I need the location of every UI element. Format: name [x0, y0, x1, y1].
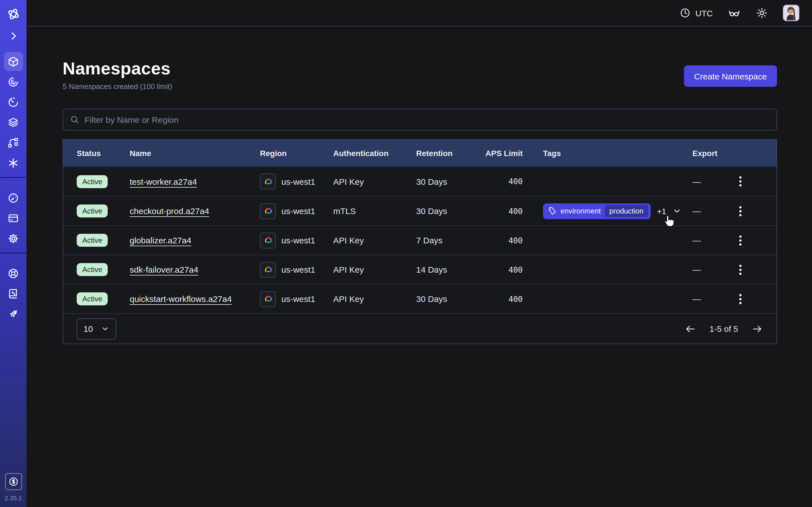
theme-toggle-button[interactable]: [756, 7, 768, 19]
region-label: us-west1: [282, 265, 315, 274]
schedules-timer-icon: [7, 96, 19, 108]
sidebar-item-billing[interactable]: [4, 209, 23, 228]
namespace-link[interactable]: sdk-failover.a27a4: [130, 265, 199, 274]
app-version: 2.35.1: [4, 495, 22, 501]
table-row: Active sdk-failover.a27a4 us-west1 API K…: [63, 255, 776, 284]
status-badge: Active: [77, 263, 108, 276]
pagination-range: 1-5 of 5: [709, 324, 738, 334]
sidebar-expand-icon[interactable]: [8, 31, 19, 42]
namespace-link[interactable]: quickstart-workflows.a27a4: [130, 294, 232, 304]
table-row: Active globalizer.a27a4 us-west1 API Key…: [63, 225, 776, 255]
sidebar-item-schedules[interactable]: [4, 93, 23, 112]
sidebar-divider: [0, 177, 27, 178]
aps-cell: 400: [478, 236, 523, 245]
page-title: Namespaces: [63, 59, 172, 78]
app-window: 2.35.1 UTC: [0, 0, 812, 507]
deployments-layers-icon: [7, 116, 19, 128]
google-cloud-icon: [260, 232, 276, 248]
sidebar-item-workflows[interactable]: [4, 72, 23, 91]
temporal-logo-icon: [6, 7, 20, 21]
settings-gear-icon: [7, 232, 19, 244]
sidebar-item-docs[interactable]: [4, 284, 23, 303]
row-actions-menu[interactable]: [733, 206, 747, 216]
sidebar: 2.35.1: [0, 0, 27, 507]
row-actions-menu[interactable]: [733, 176, 747, 186]
price-badge-icon: [8, 476, 19, 487]
sidebar-item-deployments[interactable]: [4, 113, 23, 132]
table-footer: 10 1-5 of 5: [63, 313, 776, 344]
status-badge: Active: [77, 292, 108, 305]
next-page-button[interactable]: [752, 323, 763, 334]
aps-cell: 400: [478, 177, 523, 186]
aps-cell: 400: [478, 265, 523, 274]
user-avatar[interactable]: [783, 4, 800, 21]
namespace-link[interactable]: globalizer.a27a4: [130, 235, 192, 245]
export-cell: —: [693, 265, 733, 274]
row-actions-menu[interactable]: [733, 235, 747, 245]
namespace-count-subtitle: 5 Namespaces created (100 limit): [63, 82, 172, 91]
tags-cell: environment production +1: [523, 203, 693, 219]
table-header: Status Name Region Authentication Retent…: [63, 140, 776, 167]
sun-icon: [756, 7, 768, 19]
filter-input[interactable]: [85, 115, 770, 124]
namespace-link[interactable]: test-worker.a27a4: [130, 177, 197, 186]
workflows-spiral-icon: [7, 76, 19, 88]
timezone-selector[interactable]: UTC: [679, 7, 713, 18]
create-namespace-button[interactable]: Create Namespace: [684, 65, 777, 87]
retention-cell: 30 Days: [416, 206, 478, 216]
export-cell: —: [693, 177, 733, 186]
page-size-select[interactable]: 10: [77, 318, 116, 339]
filter-bar: [63, 109, 777, 131]
retention-cell: 30 Days: [416, 177, 478, 186]
tag-chip[interactable]: environment production: [543, 203, 651, 219]
prev-page-button[interactable]: [684, 323, 696, 334]
tags-expand-icon[interactable]: [672, 206, 682, 216]
col-aps-limit: APS Limit: [478, 149, 523, 158]
google-cloud-icon: [260, 262, 276, 277]
export-cell: —: [693, 235, 733, 245]
sidebar-item-settings[interactable]: [4, 229, 23, 248]
region-label: us-west1: [282, 235, 315, 245]
col-authentication: Authentication: [333, 149, 416, 158]
col-retention: Retention: [416, 149, 478, 158]
sidebar-item-nexus[interactable]: [4, 153, 23, 172]
sidebar-divider: [0, 252, 27, 253]
support-lifering-icon: [7, 267, 19, 279]
sidebar-item-batch-operations[interactable]: [4, 133, 23, 152]
topbar: UTC: [27, 0, 812, 26]
tag-key: environment: [560, 207, 601, 215]
nexus-asterisk-icon: [7, 157, 19, 169]
clock-icon: [679, 7, 691, 18]
sidebar-item-getting-started[interactable]: [4, 304, 23, 323]
export-cell: —: [693, 206, 733, 216]
sidebar-item-support[interactable]: [4, 264, 23, 283]
retention-cell: 7 Days: [416, 235, 478, 245]
table-body: Active test-worker.a27a4 us-west1 API Ke…: [63, 167, 776, 313]
col-region: Region: [260, 149, 333, 158]
retention-cell: 30 Days: [416, 294, 478, 304]
region-label: us-west1: [282, 294, 315, 304]
docs-book-icon: [7, 288, 19, 299]
labs-toggle-button[interactable]: [727, 6, 741, 20]
sidebar-item-namespaces[interactable]: [4, 52, 23, 71]
auth-cell: API Key: [333, 177, 416, 186]
tag-value: production: [605, 205, 648, 217]
batch-branch-icon: [7, 136, 19, 149]
namespace-link[interactable]: checkout-prod.a27a4: [130, 206, 209, 216]
table-row: Active checkout-prod.a27a4 us-west1 mTLS…: [63, 196, 776, 225]
sidebar-item-usage[interactable]: [4, 188, 23, 207]
region-label: us-west1: [282, 206, 315, 216]
col-status: Status: [77, 149, 130, 158]
col-name: Name: [130, 149, 260, 158]
auth-cell: API Key: [333, 294, 416, 304]
region-label: us-west1: [282, 177, 315, 186]
auth-cell: mTLS: [333, 206, 416, 216]
main-content: Namespaces 5 Namespaces created (100 lim…: [63, 26, 777, 344]
google-cloud-icon: [260, 291, 276, 307]
page-size-value: 10: [84, 324, 93, 334]
plan-billing-button[interactable]: [5, 473, 22, 490]
row-actions-menu[interactable]: [733, 265, 747, 275]
col-tags: Tags: [523, 149, 693, 158]
row-actions-menu[interactable]: [733, 294, 747, 304]
glasses-icon: [727, 6, 741, 20]
